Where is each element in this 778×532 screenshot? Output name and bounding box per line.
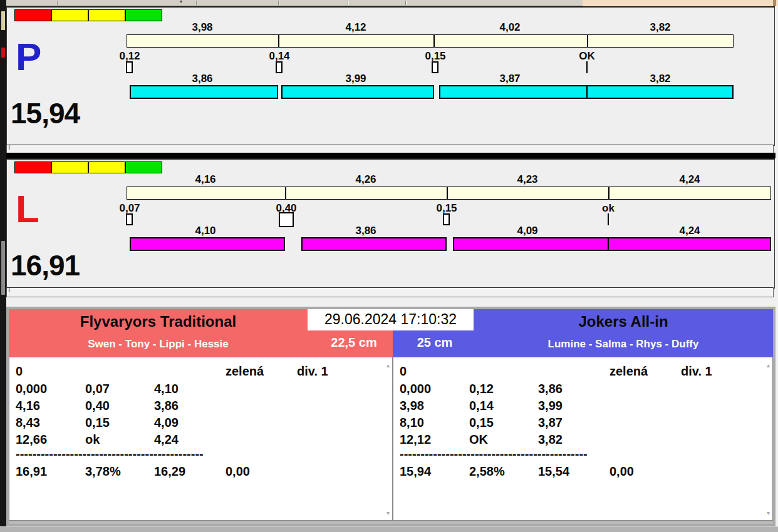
cursor-tick (9, 145, 9, 150)
table-total-cell: 2,58% (469, 465, 505, 478)
scroll-down-icon[interactable]: ▾ (767, 510, 770, 516)
table-cell: 4,16 (16, 399, 40, 412)
toolbar-segment (278, 1, 279, 5)
cursor-tick (9, 288, 9, 292)
leg-time-label: 4,24 (661, 225, 718, 237)
status-light (88, 161, 125, 173)
toolbar-segment (138, 1, 139, 5)
table-cell: zelená (226, 365, 264, 377)
split-bar-track (127, 34, 734, 48)
table-cell: 3,82 (538, 433, 563, 446)
team-members: Lumine - Salma - Rhys - Duffy (474, 338, 773, 350)
toolbar-segment (57, 1, 58, 5)
table-cell: div. 1 (681, 365, 712, 377)
split-bar-track (127, 187, 771, 200)
strip-edge (773, 0, 776, 6)
app-window: ▾ P 15,94 3,984,124,023,820,120,140,15OK… (0, 0, 778, 532)
exchange-marker-box (279, 212, 294, 227)
toolbar-segment (405, 1, 407, 5)
top-toolbar: ▾ (6, 0, 583, 6)
table-separator: ----------------------------------------… (16, 448, 204, 460)
table-cell: 8,43 (16, 416, 40, 429)
table-cell: 12,12 (400, 433, 431, 446)
exchange-marker-box (443, 213, 450, 225)
leg-bar (608, 237, 771, 251)
table-cell: 0,40 (85, 399, 110, 412)
table-cell: 3,98 (400, 399, 424, 412)
status-light (14, 161, 51, 173)
split-bar-divider (447, 187, 448, 200)
lane-letter: P (16, 38, 41, 76)
table-total-cell: 16,29 (154, 465, 185, 478)
lane-total-time: 16,91 (11, 251, 80, 280)
table-cell: 0,15 (85, 416, 110, 429)
leg-time-label: 4,09 (499, 225, 556, 237)
background-fleck (1, 48, 5, 58)
table-cell: 0,000 (400, 382, 431, 395)
split-bar-divider (433, 34, 435, 48)
status-light (125, 9, 162, 21)
table-cell: 0,12 (469, 382, 494, 395)
exchange-time-label: 0,14 (254, 50, 304, 63)
table-total-cell: 0,00 (226, 465, 250, 478)
split-time-label: 4,02 (482, 21, 538, 34)
split-time-label: 4,12 (328, 21, 384, 34)
lane-total-time: 15,94 (11, 99, 80, 128)
datetime: 29.06.2024 17:10:32 (308, 309, 474, 330)
exchange-marker-box (126, 61, 133, 73)
top-right-strip (583, 0, 778, 6)
split-bar-divider (278, 34, 279, 48)
team-left-results: ▴ ▾ 0zelenádiv. 10,0000,074,104,160,403,… (9, 357, 393, 521)
background-window-sliver (0, 0, 6, 532)
split-time-label: 4,16 (177, 173, 234, 186)
status-light (51, 9, 88, 21)
split-bar-divider (608, 187, 609, 200)
table-cell: 3,86 (154, 399, 179, 412)
leg-bar (130, 85, 278, 99)
window-bottom-edge (0, 526, 778, 532)
exchange-marker-box (276, 61, 283, 73)
split-bar-divider (587, 34, 588, 48)
table-cell: 0,07 (85, 382, 110, 395)
exchange-marker-line (608, 213, 609, 225)
leg-bar (301, 237, 447, 251)
table-cell: 4,10 (154, 382, 179, 395)
table-cell: 12,66 (16, 433, 47, 446)
toolbar-segment (196, 1, 197, 5)
split-bar-divider (285, 187, 286, 200)
split-time-label: 4,26 (338, 173, 394, 186)
status-light (14, 9, 51, 21)
leg-time-label: 4,10 (177, 225, 234, 237)
toolbar-dropdown-icon[interactable]: ▾ (180, 0, 182, 4)
table-cell: 0,000 (16, 382, 47, 395)
table-cell: zelená (609, 365, 648, 377)
exchange-time-label: 0,07 (105, 202, 155, 215)
table-cell: 0,14 (469, 399, 494, 412)
exchange-time-label: 0,15 (410, 50, 460, 63)
table-cell: 3,99 (538, 399, 563, 412)
scroll-up-icon[interactable]: ▴ (386, 362, 390, 369)
team-name: Jokers All-in (474, 313, 773, 330)
table-cell: 0 (16, 365, 23, 377)
leg-bar (281, 85, 434, 99)
table-total-cell: 3,78% (85, 465, 121, 478)
table-cell: div. 1 (297, 365, 328, 377)
leg-time-label: 3,99 (328, 73, 384, 85)
exchange-marker-box (126, 213, 133, 225)
exchange-time-label: OK (562, 50, 612, 63)
table-total-cell: 15,94 (400, 465, 431, 478)
status-light (125, 161, 162, 173)
scroll-down-icon[interactable]: ▾ (386, 510, 390, 516)
leg-bar (439, 85, 588, 99)
scroll-up-icon[interactable]: ▴ (767, 362, 770, 369)
table-cell: 3,87 (538, 416, 563, 429)
toolbar-segment (348, 1, 349, 5)
leg-bar (453, 237, 609, 251)
table-cell: 4,24 (154, 433, 179, 446)
table-cell: 0 (400, 365, 407, 377)
leg-time-label: 3,82 (632, 73, 688, 85)
split-time-label: 4,24 (661, 173, 718, 186)
lane-divider (6, 153, 775, 158)
table-total-cell: 15,54 (538, 465, 569, 478)
table-cell: 0,15 (469, 416, 494, 429)
